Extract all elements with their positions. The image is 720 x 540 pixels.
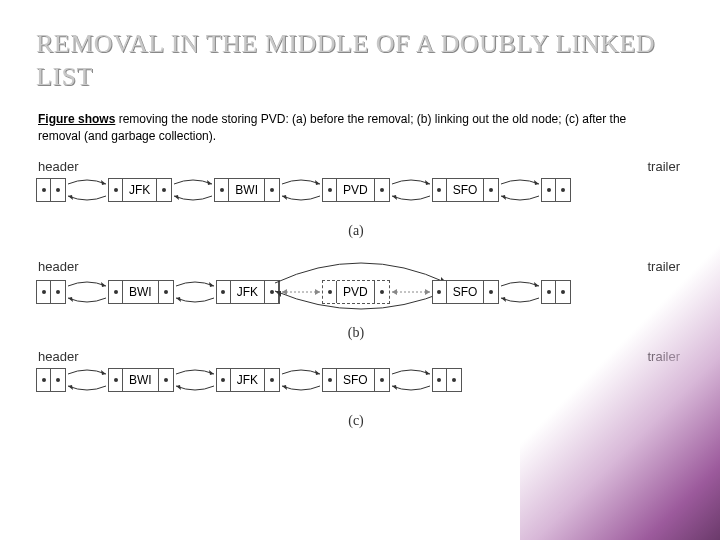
link-arrows (172, 178, 214, 202)
svg-marker-17 (282, 289, 287, 295)
node-pvd-removed: PVD (322, 280, 390, 304)
svg-marker-6 (425, 180, 430, 185)
svg-marker-2 (207, 180, 212, 185)
svg-marker-9 (501, 195, 506, 200)
diagram-area: header trailer JFK BWI (36, 161, 676, 429)
svg-marker-3 (174, 195, 179, 200)
node-label: JFK (231, 369, 265, 391)
node-label: JFK (231, 281, 265, 303)
node-sfo: SFO (432, 178, 500, 202)
link-old (280, 280, 322, 304)
svg-marker-7 (392, 195, 397, 200)
svg-marker-13 (176, 297, 181, 302)
svg-marker-22 (101, 370, 106, 375)
link-arrows (66, 368, 108, 392)
svg-marker-25 (176, 385, 181, 390)
svg-marker-23 (68, 385, 73, 390)
row-sublabel-a: (a) (36, 223, 676, 239)
caption-text: removing the node storing PVD: (a) befor… (38, 112, 626, 143)
svg-marker-10 (101, 282, 106, 287)
link-arrows (499, 178, 541, 202)
link-arrows (174, 368, 216, 392)
diagram-row-a: header trailer JFK BWI (36, 161, 676, 239)
page-number: 30 (558, 509, 570, 524)
trailer-label: trailer (647, 159, 680, 174)
node-bwi: BWI (108, 280, 174, 304)
svg-marker-20 (534, 282, 539, 287)
node-sfo: SFO (432, 280, 500, 304)
node-jfk: JFK (216, 280, 280, 304)
svg-marker-29 (392, 385, 397, 390)
svg-marker-11 (68, 297, 73, 302)
node-label: BWI (123, 369, 159, 391)
svg-marker-8 (534, 180, 539, 185)
svg-marker-1 (68, 195, 73, 200)
node-sfo: SFO (322, 368, 390, 392)
svg-marker-24 (209, 370, 214, 375)
svg-marker-26 (315, 370, 320, 375)
svg-marker-16 (315, 289, 320, 295)
svg-marker-4 (315, 180, 320, 185)
node-label: JFK (123, 179, 157, 201)
trailer-label: trailer (647, 349, 680, 364)
svg-marker-19 (392, 289, 397, 295)
svg-marker-27 (282, 385, 287, 390)
node-jfk: JFK (216, 368, 280, 392)
slide-title: REMOVAL IN THE MIDDLE OF A DOUBLY LINKED… (36, 28, 684, 93)
link-arrows (390, 368, 432, 392)
node-label: SFO (447, 281, 485, 303)
trailer-sentinel (541, 280, 571, 304)
node-label: SFO (337, 369, 375, 391)
svg-marker-12 (209, 282, 214, 287)
node-label: BWI (229, 179, 265, 201)
node-label: SFO (447, 179, 485, 201)
figure-caption: Figure shows removing the node storing P… (36, 111, 636, 145)
svg-marker-0 (101, 180, 106, 185)
trailer-label: trailer (647, 259, 680, 274)
node-label: PVD (337, 179, 375, 201)
link-arrows (280, 368, 322, 392)
svg-marker-28 (425, 370, 430, 375)
link-arrows (390, 178, 432, 202)
diagram-row-b: header trailer BWI JFK (36, 249, 676, 341)
trailer-sentinel (541, 178, 571, 202)
node-pvd: PVD (322, 178, 390, 202)
link-arrows (66, 178, 108, 202)
node-label: PVD (337, 281, 375, 303)
svg-marker-18 (425, 289, 430, 295)
diagram-row-c: header trailer BWI JFK (36, 351, 676, 429)
caption-lead: Figure shows (38, 112, 115, 126)
row-sublabel-b: (b) (36, 325, 676, 341)
link-arrows (280, 178, 322, 202)
link-old (390, 280, 432, 304)
node-label: BWI (123, 281, 159, 303)
node-bwi: BWI (214, 178, 280, 202)
node-jfk: JFK (108, 178, 172, 202)
link-arrows (174, 280, 216, 304)
trailer-sentinel (432, 368, 462, 392)
svg-marker-5 (282, 195, 287, 200)
link-arrows (66, 280, 108, 304)
svg-marker-21 (501, 297, 506, 302)
link-arrows (499, 280, 541, 304)
row-sublabel-c: (c) (36, 413, 676, 429)
node-bwi: BWI (108, 368, 174, 392)
